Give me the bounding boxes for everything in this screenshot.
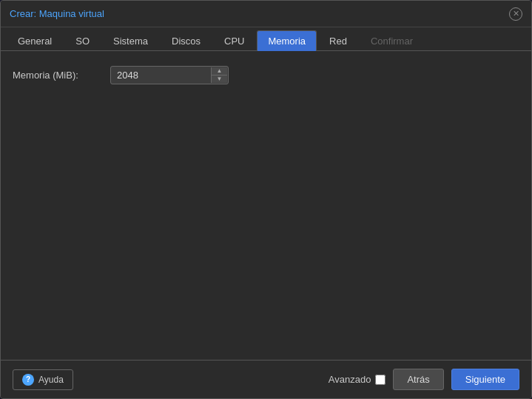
avanzado-group: Avanzado: [329, 374, 386, 385]
spinbox-arrows: ▲ ▼: [211, 67, 227, 83]
tab-red[interactable]: Red: [318, 30, 358, 51]
title-bar: Crear: Maquina virtual ✕: [1, 1, 531, 27]
tab-cpu[interactable]: CPU: [213, 30, 255, 51]
memory-label: Memoria (MiB):: [13, 70, 101, 81]
footer-left: ? Ayuda: [13, 369, 73, 390]
atras-button[interactable]: Atrás: [393, 369, 443, 390]
tab-so[interactable]: SO: [64, 30, 101, 51]
tab-general[interactable]: General: [7, 30, 63, 51]
avanzado-label: Avanzado: [329, 374, 371, 385]
spinbox-up-button[interactable]: ▲: [212, 67, 227, 76]
memory-spinbox-container: ▲ ▼: [110, 66, 229, 84]
tab-discos[interactable]: Discos: [161, 30, 212, 51]
siguiente-button[interactable]: Siguiente: [451, 369, 519, 390]
footer: ? Ayuda Avanzado Atrás Siguiente: [1, 360, 531, 398]
help-button[interactable]: ? Ayuda: [13, 369, 73, 390]
help-label: Ayuda: [38, 375, 64, 385]
dialog-title: Crear: Maquina virtual: [10, 8, 104, 19]
dialog: Crear: Maquina virtual ✕ General SO Sist…: [0, 0, 532, 399]
memory-row: Memoria (MiB): ▲ ▼: [13, 66, 519, 84]
tab-bar: General SO Sistema Discos CPU Memoria Re…: [1, 27, 531, 51]
help-icon: ?: [22, 374, 34, 386]
tab-memoria[interactable]: Memoria: [257, 30, 317, 51]
avanzado-checkbox[interactable]: [375, 375, 385, 385]
tab-sistema[interactable]: Sistema: [102, 30, 159, 51]
spinbox-down-button[interactable]: ▼: [212, 76, 227, 83]
close-button[interactable]: ✕: [509, 7, 522, 21]
tab-confirmar: Confirmar: [360, 30, 424, 51]
footer-right: Avanzado Atrás Siguiente: [329, 369, 519, 390]
content-area: Memoria (MiB): ▲ ▼: [1, 51, 531, 360]
